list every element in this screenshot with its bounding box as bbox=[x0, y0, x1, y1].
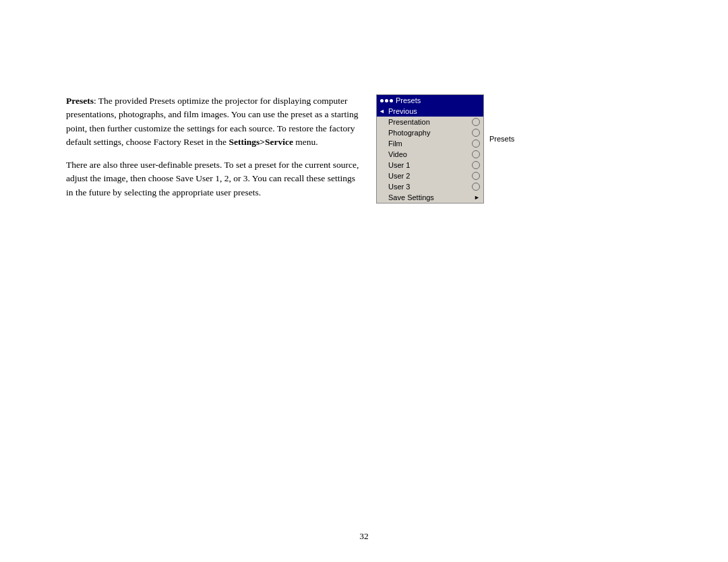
menu-item-presentation[interactable]: Presentation bbox=[377, 117, 483, 127]
presentation-radio bbox=[472, 118, 480, 126]
video-label: Video bbox=[380, 150, 472, 158]
save-settings-label: Save Settings bbox=[380, 193, 474, 201]
menu-item-film[interactable]: Film bbox=[377, 138, 483, 149]
menu-title-bar: Presets bbox=[377, 95, 483, 106]
chevron-right-icon: ► bbox=[474, 194, 480, 201]
menu-item-user3[interactable]: User 3 bbox=[377, 181, 483, 192]
menu-dot-2 bbox=[385, 99, 388, 102]
user1-label: User 1 bbox=[380, 161, 472, 169]
page-content: Presets: The provided Presets optimize t… bbox=[66, 94, 662, 508]
menu-item-video[interactable]: Video bbox=[377, 149, 483, 160]
menu-dot-3 bbox=[390, 99, 393, 102]
bold-presets: Presets bbox=[66, 96, 94, 106]
paragraph1-end: menu. bbox=[293, 137, 318, 147]
menu-dot-1 bbox=[380, 99, 384, 102]
user3-label: User 3 bbox=[380, 183, 472, 191]
menu-item-save-settings[interactable]: Save Settings ► bbox=[377, 192, 483, 203]
user1-radio bbox=[472, 161, 480, 169]
film-label: Film bbox=[380, 139, 472, 148]
user3-radio bbox=[472, 183, 480, 191]
page-number: 32 bbox=[359, 531, 369, 542]
film-radio bbox=[472, 139, 480, 148]
menu-item-user1[interactable]: User 1 bbox=[377, 160, 483, 170]
arrow-icon: ◄ bbox=[379, 108, 385, 115]
menu-outside-label: Presets bbox=[489, 135, 514, 143]
menu-item-previous[interactable]: ◄ Previous bbox=[377, 106, 483, 117]
photography-label: Photography bbox=[380, 129, 472, 137]
user2-radio bbox=[472, 172, 480, 180]
user2-label: User 2 bbox=[380, 172, 472, 180]
paragraph-2: There are also three user-definable pres… bbox=[66, 158, 363, 199]
menu-dots bbox=[380, 99, 393, 102]
previous-label: Previous bbox=[380, 107, 480, 115]
menu-item-user2[interactable]: User 2 bbox=[377, 170, 483, 181]
paragraph-1: Presets: The provided Presets optimize t… bbox=[66, 94, 363, 149]
text-block: Presets: The provided Presets optimize t… bbox=[66, 94, 363, 209]
photography-radio bbox=[472, 129, 480, 137]
presets-menu: Presets ◄ Previous Presentation Photogra… bbox=[376, 94, 484, 204]
video-radio bbox=[472, 150, 480, 158]
menu-area: Presets ◄ Previous Presentation Photogra… bbox=[376, 94, 511, 204]
menu-item-photography[interactable]: Photography bbox=[377, 127, 483, 138]
presentation-label: Presentation bbox=[380, 118, 472, 126]
menu-title: Presets bbox=[396, 96, 421, 104]
bold-settings: Settings>Service bbox=[229, 137, 293, 147]
